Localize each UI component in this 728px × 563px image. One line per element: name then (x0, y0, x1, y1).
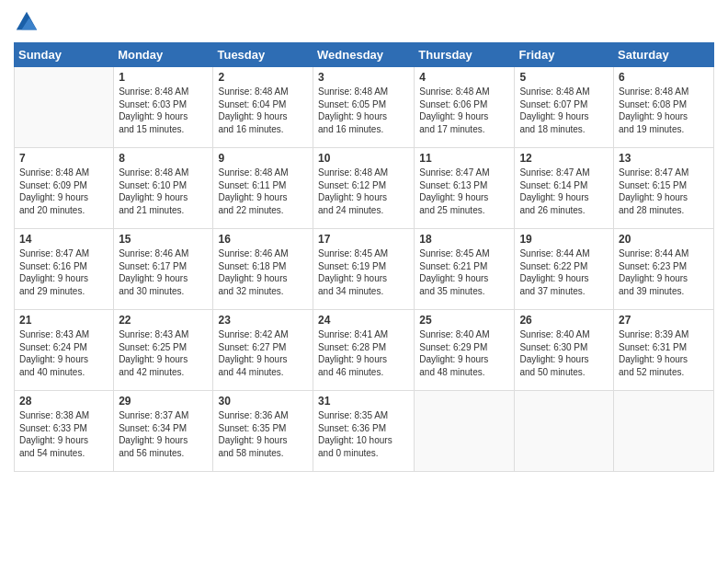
week-row: 28Sunrise: 8:38 AM Sunset: 6:33 PM Dayli… (15, 391, 714, 472)
header-day: Sunday (15, 43, 114, 67)
day-number: 11 (419, 152, 509, 165)
day-number: 31 (318, 395, 409, 408)
calendar-cell: 30Sunrise: 8:36 AM Sunset: 6:35 PM Dayli… (213, 391, 313, 472)
day-number: 30 (218, 395, 308, 408)
day-info: Sunrise: 8:44 AM Sunset: 6:22 PM Dayligh… (519, 247, 609, 297)
calendar-cell: 29Sunrise: 8:37 AM Sunset: 6:34 PM Dayli… (114, 391, 213, 472)
day-number: 4 (419, 71, 509, 84)
day-info: Sunrise: 8:48 AM Sunset: 6:05 PM Dayligh… (318, 86, 409, 135)
day-number: 14 (19, 233, 108, 246)
calendar-cell: 10Sunrise: 8:48 AM Sunset: 6:12 PM Dayli… (313, 148, 415, 229)
calendar-cell: 27Sunrise: 8:39 AM Sunset: 6:31 PM Dayli… (614, 310, 714, 391)
calendar-cell: 22Sunrise: 8:43 AM Sunset: 6:25 PM Dayli… (114, 310, 213, 391)
calendar-cell: 12Sunrise: 8:47 AM Sunset: 6:14 PM Dayli… (515, 148, 614, 229)
calendar-cell: 9Sunrise: 8:48 AM Sunset: 6:11 PM Daylig… (213, 148, 313, 229)
header-row: SundayMondayTuesdayWednesdayThursdayFrid… (15, 43, 714, 67)
day-info: Sunrise: 8:35 AM Sunset: 6:36 PM Dayligh… (318, 409, 409, 459)
day-info: Sunrise: 8:40 AM Sunset: 6:30 PM Dayligh… (519, 328, 609, 378)
day-info: Sunrise: 8:46 AM Sunset: 6:18 PM Dayligh… (218, 247, 308, 297)
day-number: 26 (519, 314, 609, 327)
day-number: 24 (318, 314, 409, 327)
week-row: 14Sunrise: 8:47 AM Sunset: 6:16 PM Dayli… (15, 229, 714, 310)
day-number: 27 (619, 314, 709, 327)
day-info: Sunrise: 8:37 AM Sunset: 6:34 PM Dayligh… (119, 409, 208, 459)
calendar-cell: 17Sunrise: 8:45 AM Sunset: 6:19 PM Dayli… (313, 229, 415, 310)
calendar-cell (515, 391, 614, 472)
calendar-cell: 23Sunrise: 8:42 AM Sunset: 6:27 PM Dayli… (213, 310, 313, 391)
day-info: Sunrise: 8:48 AM Sunset: 6:11 PM Dayligh… (218, 167, 308, 216)
calendar-cell: 7Sunrise: 8:48 AM Sunset: 6:09 PM Daylig… (15, 148, 114, 229)
header-day: Monday (114, 43, 213, 67)
day-info: Sunrise: 8:45 AM Sunset: 6:19 PM Dayligh… (318, 247, 409, 297)
page: SundayMondayTuesdayWednesdayThursdayFrid… (0, 0, 728, 563)
day-info: Sunrise: 8:45 AM Sunset: 6:21 PM Dayligh… (419, 247, 509, 297)
day-number: 12 (519, 152, 609, 165)
calendar-body: 1Sunrise: 8:48 AM Sunset: 6:03 PM Daylig… (15, 67, 714, 472)
day-info: Sunrise: 8:48 AM Sunset: 6:12 PM Dayligh… (318, 167, 409, 216)
calendar-cell: 31Sunrise: 8:35 AM Sunset: 6:36 PM Dayli… (313, 391, 415, 472)
calendar-cell: 4Sunrise: 8:48 AM Sunset: 6:06 PM Daylig… (415, 67, 515, 148)
calendar-cell: 6Sunrise: 8:48 AM Sunset: 6:08 PM Daylig… (614, 67, 714, 148)
day-info: Sunrise: 8:48 AM Sunset: 6:10 PM Dayligh… (119, 167, 208, 216)
day-number: 16 (218, 233, 308, 246)
day-number: 7 (19, 152, 108, 165)
calendar-cell: 26Sunrise: 8:40 AM Sunset: 6:30 PM Dayli… (515, 310, 614, 391)
day-info: Sunrise: 8:46 AM Sunset: 6:17 PM Dayligh… (119, 247, 208, 297)
week-row: 7Sunrise: 8:48 AM Sunset: 6:09 PM Daylig… (15, 148, 714, 229)
day-info: Sunrise: 8:42 AM Sunset: 6:27 PM Dayligh… (218, 328, 308, 378)
logo-icon (14, 9, 40, 35)
day-info: Sunrise: 8:43 AM Sunset: 6:25 PM Dayligh… (119, 328, 208, 378)
calendar-cell: 19Sunrise: 8:44 AM Sunset: 6:22 PM Dayli… (515, 229, 614, 310)
header-day: Tuesday (213, 43, 313, 67)
day-number: 15 (119, 233, 208, 246)
day-info: Sunrise: 8:48 AM Sunset: 6:06 PM Dayligh… (419, 86, 509, 135)
day-number: 18 (419, 233, 509, 246)
calendar-cell: 18Sunrise: 8:45 AM Sunset: 6:21 PM Dayli… (415, 229, 515, 310)
day-number: 21 (19, 314, 108, 327)
day-info: Sunrise: 8:39 AM Sunset: 6:31 PM Dayligh… (619, 328, 709, 378)
day-number: 22 (119, 314, 208, 327)
day-info: Sunrise: 8:47 AM Sunset: 6:13 PM Dayligh… (419, 167, 509, 216)
day-info: Sunrise: 8:36 AM Sunset: 6:35 PM Dayligh… (218, 409, 308, 459)
header-day: Wednesday (313, 43, 415, 67)
day-number: 8 (119, 152, 208, 165)
day-info: Sunrise: 8:47 AM Sunset: 6:16 PM Dayligh… (19, 247, 108, 297)
calendar-cell: 14Sunrise: 8:47 AM Sunset: 6:16 PM Dayli… (15, 229, 114, 310)
calendar-cell: 13Sunrise: 8:47 AM Sunset: 6:15 PM Dayli… (614, 148, 714, 229)
day-info: Sunrise: 8:48 AM Sunset: 6:08 PM Dayligh… (619, 86, 709, 135)
day-number: 28 (19, 395, 108, 408)
calendar: SundayMondayTuesdayWednesdayThursdayFrid… (14, 42, 714, 472)
calendar-cell: 1Sunrise: 8:48 AM Sunset: 6:03 PM Daylig… (114, 67, 213, 148)
day-info: Sunrise: 8:47 AM Sunset: 6:14 PM Dayligh… (519, 167, 609, 216)
day-info: Sunrise: 8:44 AM Sunset: 6:23 PM Dayligh… (619, 247, 709, 297)
day-number: 6 (619, 71, 709, 84)
header-day: Friday (515, 43, 614, 67)
day-info: Sunrise: 8:47 AM Sunset: 6:15 PM Dayligh… (619, 167, 709, 216)
header (14, 9, 714, 35)
calendar-cell: 2Sunrise: 8:48 AM Sunset: 6:04 PM Daylig… (213, 67, 313, 148)
day-info: Sunrise: 8:48 AM Sunset: 6:04 PM Dayligh… (218, 86, 308, 135)
calendar-cell: 28Sunrise: 8:38 AM Sunset: 6:33 PM Dayli… (15, 391, 114, 472)
header-day: Saturday (614, 43, 714, 67)
day-number: 17 (318, 233, 409, 246)
day-info: Sunrise: 8:43 AM Sunset: 6:24 PM Dayligh… (19, 328, 108, 378)
day-number: 2 (218, 71, 308, 84)
calendar-cell (15, 67, 114, 148)
calendar-cell: 16Sunrise: 8:46 AM Sunset: 6:18 PM Dayli… (213, 229, 313, 310)
calendar-cell: 21Sunrise: 8:43 AM Sunset: 6:24 PM Dayli… (15, 310, 114, 391)
calendar-cell: 11Sunrise: 8:47 AM Sunset: 6:13 PM Dayli… (415, 148, 515, 229)
day-info: Sunrise: 8:48 AM Sunset: 6:03 PM Dayligh… (119, 86, 208, 135)
day-number: 19 (519, 233, 609, 246)
day-number: 13 (619, 152, 709, 165)
calendar-header: SundayMondayTuesdayWednesdayThursdayFrid… (15, 43, 714, 67)
day-number: 20 (619, 233, 709, 246)
day-number: 10 (318, 152, 409, 165)
calendar-cell (415, 391, 515, 472)
day-number: 9 (218, 152, 308, 165)
day-info: Sunrise: 8:40 AM Sunset: 6:29 PM Dayligh… (419, 328, 509, 378)
day-info: Sunrise: 8:41 AM Sunset: 6:28 PM Dayligh… (318, 328, 409, 378)
calendar-cell: 8Sunrise: 8:48 AM Sunset: 6:10 PM Daylig… (114, 148, 213, 229)
day-info: Sunrise: 8:38 AM Sunset: 6:33 PM Dayligh… (19, 409, 108, 459)
day-number: 25 (419, 314, 509, 327)
day-info: Sunrise: 8:48 AM Sunset: 6:09 PM Dayligh… (19, 167, 108, 216)
